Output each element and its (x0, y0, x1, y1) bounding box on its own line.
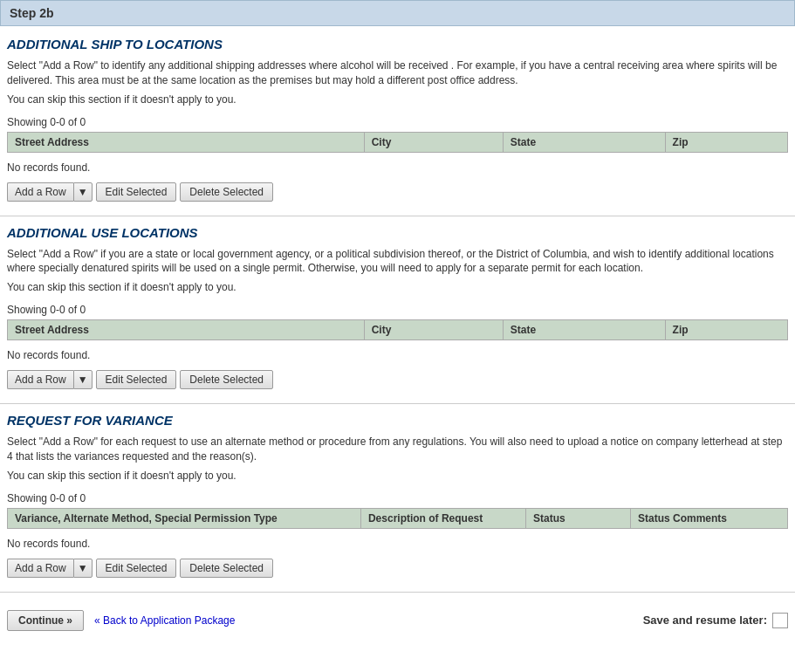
save-later-icon[interactable] (772, 613, 788, 628)
use-locations-no-records: No records found. (7, 346, 788, 365)
ship-to-delete-selected-button[interactable]: Delete Selected (180, 182, 273, 202)
use-col-zip: Zip (665, 320, 787, 340)
use-locations-add-row-wrapper: Add a Row ▼ (7, 370, 93, 389)
ship-to-title: ADDITIONAL SHIP TO LOCATIONS (7, 37, 788, 51)
variance-section: REQUEST FOR VARIANCE Select "Add a Row" … (0, 413, 795, 593)
variance-showing: Showing 0-0 of 0 (7, 492, 788, 504)
ship-to-button-row: Add a Row ▼ Edit Selected Delete Selecte… (7, 182, 788, 202)
ship-to-col-zip: Zip (665, 132, 787, 152)
use-locations-button-row: Add a Row ▼ Edit Selected Delete Selecte… (7, 370, 788, 389)
ship-to-no-records: No records found. (7, 158, 788, 177)
variance-add-row-button[interactable]: Add a Row (7, 559, 73, 578)
variance-skip: You can skip this section if it doesn't … (7, 470, 788, 482)
ship-to-add-row-dropdown[interactable]: ▼ (73, 182, 93, 202)
use-locations-desc: Select "Add a Row" if you are a state or… (7, 247, 788, 277)
footer: Continue » « Back to Application Package… (0, 601, 795, 640)
variance-desc: Select "Add a Row" for each request to u… (7, 435, 788, 464)
use-locations-section: ADDITIONAL USE LOCATIONS Select "Add a R… (0, 225, 795, 405)
use-col-city: City (364, 320, 503, 340)
use-locations-add-row-button[interactable]: Add a Row (7, 370, 73, 389)
variance-col-comments: Status Comments (631, 508, 788, 528)
variance-col-type: Variance, Alternate Method, Special Perm… (8, 508, 361, 528)
ship-to-add-row-wrapper: Add a Row ▼ (7, 182, 93, 202)
variance-edit-selected-button[interactable]: Edit Selected (96, 559, 177, 578)
ship-to-skip: You can skip this section if it doesn't … (7, 93, 788, 106)
ship-to-showing: Showing 0-0 of 0 (7, 116, 788, 128)
ship-to-edit-selected-button[interactable]: Edit Selected (96, 182, 177, 202)
variance-col-desc: Description of Request (360, 508, 525, 528)
use-locations-table: Street Address City State Zip (7, 319, 788, 340)
use-locations-showing: Showing 0-0 of 0 (7, 304, 788, 316)
ship-to-col-state: State (503, 132, 665, 152)
step-header: Step 2b (0, 0, 795, 26)
variance-delete-selected-button[interactable]: Delete Selected (180, 559, 273, 578)
ship-to-col-city: City (364, 132, 503, 152)
variance-col-status: Status (526, 508, 631, 528)
ship-to-col-address: Street Address (8, 132, 365, 152)
use-col-address: Street Address (8, 320, 365, 340)
use-locations-skip: You can skip this section if it doesn't … (7, 281, 788, 293)
variance-add-row-dropdown[interactable]: ▼ (73, 559, 93, 578)
use-col-state: State (503, 320, 665, 340)
variance-table: Variance, Alternate Method, Special Perm… (7, 508, 788, 529)
use-locations-title: ADDITIONAL USE LOCATIONS (7, 225, 788, 240)
save-later: Save and resume later: (643, 613, 788, 628)
save-later-label: Save and resume later: (643, 614, 767, 627)
continue-button[interactable]: Continue » (7, 610, 84, 631)
use-locations-edit-selected-button[interactable]: Edit Selected (96, 370, 177, 389)
footer-left: Continue » « Back to Application Package (7, 610, 235, 631)
ship-to-locations-section: ADDITIONAL SHIP TO LOCATIONS Select "Add… (0, 37, 795, 216)
step-label: Step 2b (10, 6, 54, 20)
ship-to-table: Street Address City State Zip (7, 132, 788, 153)
variance-button-row: Add a Row ▼ Edit Selected Delete Selecte… (7, 559, 788, 578)
ship-to-add-row-button[interactable]: Add a Row (7, 182, 73, 202)
use-locations-add-row-dropdown[interactable]: ▼ (73, 370, 93, 389)
variance-no-records: No records found. (7, 534, 788, 553)
variance-add-row-wrapper: Add a Row ▼ (7, 559, 93, 578)
back-link[interactable]: « Back to Application Package (94, 614, 235, 627)
use-locations-delete-selected-button[interactable]: Delete Selected (180, 370, 273, 389)
variance-title: REQUEST FOR VARIANCE (7, 413, 788, 428)
ship-to-desc: Select "Add a Row" to identify any addit… (7, 58, 788, 88)
